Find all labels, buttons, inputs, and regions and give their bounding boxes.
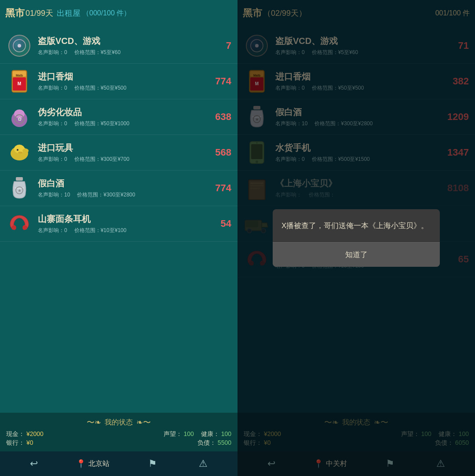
left-cosmetic-info: 伪劣化妆品 名声影响：0 价格范围：¥50至¥1000 — [38, 106, 215, 127]
left-item-earphone[interactable]: 山寨面条耳机 名声影响：0 价格范围：¥10至¥100 54 — [0, 206, 238, 242]
left-toy-price: 568 — [215, 147, 231, 158]
left-nav-info-icon[interactable]: ⚠ — [195, 454, 211, 473]
left-cigarette-info: 进口香烟 名声影响：0 价格范围：¥50至¥500 — [38, 71, 215, 92]
left-count: （000/100 件） — [82, 9, 131, 18]
left-wine-meta: 名声影响：10 价格范围：¥300至¥2800 — [38, 191, 215, 199]
left-cigarette-price: 774 — [215, 76, 231, 87]
svg-point-16 — [17, 149, 18, 151]
left-rep-label: 声望： — [164, 430, 182, 437]
left-status-title: 〜❧ 我的状态 ❧〜 — [6, 417, 231, 428]
left-status-bar: 〜❧ 我的状态 ❧〜 现金： ¥2000 声望： 100 健康： 100 银行：… — [0, 413, 238, 451]
left-vcd-price: 7 — [226, 40, 231, 51]
svg-point-15 — [22, 149, 29, 153]
left-item-toy[interactable]: 进口玩具 名声影响：0 价格范围：¥300至¥700 568 — [0, 135, 238, 171]
left-cosmetic-meta: 名声影响：0 价格范围：¥50至¥1000 — [38, 120, 215, 127]
right-panel: 黑市 （02/99天） 001/100 件 — [238, 0, 475, 476]
left-nav-flag-icon[interactable]: ⚑ — [145, 454, 161, 473]
left-location-label: 北京站 — [88, 459, 110, 469]
left-rep-value: 100 — [184, 430, 194, 437]
svg-point-22 — [23, 225, 27, 230]
left-status-row2: 银行： ¥0 负债： 5500 — [6, 439, 231, 447]
left-cosmetic-price: 638 — [215, 111, 231, 123]
left-cosmetic-name: 伪劣化妆品 — [38, 106, 215, 118]
left-earphone-meta: 名声影响：0 价格范围：¥10至¥100 — [38, 227, 221, 234]
svg-point-21 — [11, 225, 16, 230]
left-panel: 黑市 01/99天 出租屋 （000/100 件） — [0, 0, 238, 476]
left-debt-label: 负债： — [197, 439, 216, 446]
left-vcd-info: 盗版VCD、游戏 名声影响：0 价格范围：¥5至¥60 — [38, 35, 226, 56]
left-debt-value: 5500 — [218, 439, 231, 446]
svg-text:Malb: Malb — [16, 74, 23, 77]
left-deco-left: 〜❧ — [87, 417, 101, 428]
svg-text:✿: ✿ — [18, 116, 22, 122]
earphone-icon — [6, 211, 33, 237]
left-health-value: 100 — [221, 430, 231, 437]
left-health-label: 健康： — [201, 430, 219, 437]
left-vcd-meta: 名声影响：0 价格范围：¥5至¥60 — [38, 49, 226, 56]
left-earphone-info: 山寨面条耳机 名声影响：0 价格范围：¥10至¥100 — [38, 213, 221, 234]
wine-icon: ★ — [6, 175, 33, 201]
svg-text:M: M — [18, 81, 21, 86]
left-cash-label: 现金： — [6, 430, 25, 437]
left-cigarette-name: 进口香烟 — [38, 71, 215, 83]
cigarette-icon: Malb M — [6, 68, 33, 94]
toy-icon — [6, 139, 33, 166]
svg-text:★: ★ — [18, 188, 22, 193]
left-nav-location[interactable]: 📍 北京站 — [76, 459, 110, 469]
left-cigarette-meta: 名声影响：0 价格范围：¥50至¥500 — [38, 84, 215, 92]
right-modal-box: X播被查了，哥们送俺一本《上海小宝贝》。 知道了 — [273, 209, 440, 267]
left-bank-value: ¥0 — [26, 439, 33, 446]
left-toy-name: 进口玩具 — [38, 142, 215, 154]
left-items-list: 盗版VCD、游戏 名声影响：0 价格范围：¥5至¥60 7 Malb M — [0, 26, 238, 413]
left-deco-right: ❧〜 — [136, 417, 151, 428]
left-bank-label: 银行： — [6, 439, 25, 446]
left-item-cigarette[interactable]: Malb M 进口香烟 名声影响：0 价格范围：¥50至¥500 774 — [0, 64, 238, 99]
right-modal-confirm-button[interactable]: 知道了 — [273, 242, 440, 267]
left-nav-back-icon[interactable]: ↩ — [26, 454, 41, 473]
left-vcd-name: 盗版VCD、游戏 — [38, 35, 226, 47]
left-earphone-name: 山寨面条耳机 — [38, 213, 221, 225]
svg-rect-18 — [16, 177, 23, 181]
left-earphone-price: 54 — [221, 218, 231, 229]
left-item-vcd[interactable]: 盗版VCD、游戏 名声影响：0 价格范围：¥5至¥60 7 — [0, 28, 238, 64]
left-bottom-nav: ↩ 📍 北京站 ⚑ ⚠ — [0, 451, 238, 476]
right-modal-overlay: X播被查了，哥们送俺一本《上海小宝贝》。 知道了 — [238, 0, 475, 476]
svg-point-3 — [9, 35, 30, 56]
right-modal-text: X播被查了，哥们送俺一本《上海小宝贝》。 — [273, 209, 440, 242]
left-header: 黑市 01/99天 出租屋 （000/100 件） — [0, 0, 238, 26]
left-location-pin-icon: 📍 — [76, 459, 86, 469]
cosmetic-icon: ✿ — [6, 104, 33, 130]
left-wine-info: 假白酒 名声影响：10 价格范围：¥300至¥2800 — [38, 178, 215, 199]
svg-point-17 — [18, 152, 22, 153]
left-toy-meta: 名声影响：0 价格范围：¥300至¥700 — [38, 156, 215, 163]
left-cash-value: ¥2000 — [26, 430, 44, 437]
left-title: 黑市 — [5, 7, 25, 20]
left-wine-name: 假白酒 — [38, 178, 215, 189]
left-status-row1: 现金： ¥2000 声望： 100 健康： 100 — [6, 430, 231, 438]
left-subtitle: 出租屋 — [57, 8, 80, 18]
left-wine-price: 774 — [215, 182, 231, 194]
left-item-cosmetic[interactable]: ✿ 伪劣化妆品 名声影响：0 价格范围：¥50至¥1000 638 — [0, 99, 238, 135]
left-day: 01/99天 — [26, 8, 53, 18]
left-item-wine[interactable]: ★ 假白酒 名声影响：10 价格范围：¥300至¥2800 774 — [0, 171, 238, 206]
left-toy-info: 进口玩具 名声影响：0 价格范围：¥300至¥700 — [38, 142, 215, 163]
vcd-icon — [6, 33, 33, 59]
